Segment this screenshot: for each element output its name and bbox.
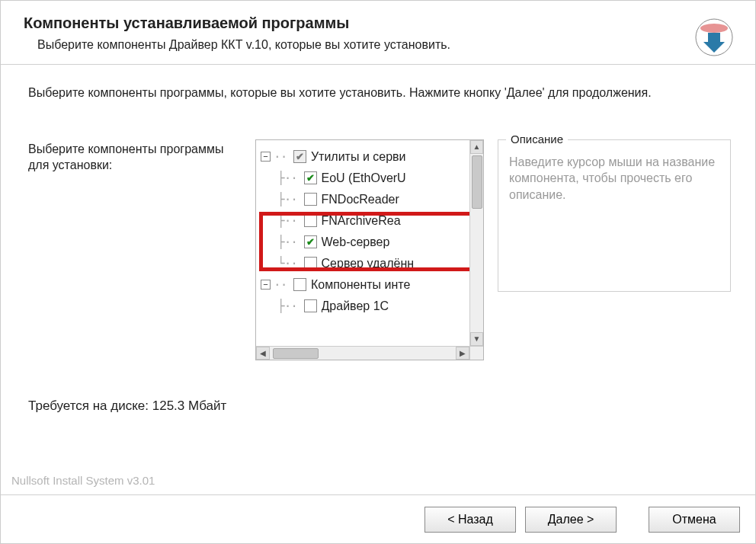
tree-item-fndocreader[interactable]: ├·· FNDocReader [277, 189, 480, 210]
tree-group-utilities[interactable]: − ·· ✔ Утилиты и серви [261, 146, 480, 168]
installer-window: Компоненты устанавливаемой программы Выб… [0, 0, 756, 544]
tree-group-integration[interactable]: − ·· Компоненты инте [261, 274, 480, 296]
disk-space-text: Требуется на диске: 125.3 Мбайт [28, 398, 731, 414]
description-box: Описание Наведите курсор мыши на названи… [498, 139, 731, 292]
checkbox-unchecked-icon[interactable] [304, 214, 317, 227]
scroll-corner [469, 346, 483, 360]
scroll-down-icon[interactable]: ▼ [470, 332, 483, 346]
vertical-scrollbar[interactable]: ▲ ▼ [469, 140, 483, 346]
instructions-text: Выберите компоненты программы, которые в… [28, 85, 699, 101]
scroll-thumb[interactable] [472, 155, 482, 209]
tree-item-webserver[interactable]: ├·· ✔ Web-сервер [277, 232, 480, 253]
checkbox-unchecked-icon[interactable] [304, 257, 317, 270]
scroll-right-icon[interactable]: ▶ [456, 347, 469, 360]
description-legend: Описание [506, 133, 568, 146]
nsis-logo-icon [694, 18, 734, 57]
svg-point-1 [700, 24, 728, 33]
page-title: Компоненты устанавливаемой программы [24, 14, 732, 32]
cancel-button[interactable]: Отмена [649, 507, 740, 533]
scroll-left-icon[interactable]: ◀ [256, 347, 270, 360]
header: Компоненты устанавливаемой программы Выб… [1, 1, 755, 59]
scroll-thumb[interactable] [273, 348, 319, 359]
next-button[interactable]: Далее > [525, 507, 617, 533]
installer-version: Nullsoft Install System v3.01 [11, 474, 155, 487]
back-button[interactable]: < Назад [424, 507, 516, 533]
collapse-icon[interactable]: − [261, 280, 271, 290]
checkbox-unchecked-icon[interactable] [293, 278, 306, 291]
body: Выберите компоненты программы, которые в… [1, 65, 755, 421]
scroll-up-icon[interactable]: ▲ [470, 140, 483, 154]
tree-item-eou[interactable]: ├·· ✔ EoU (EthOverU [277, 168, 480, 189]
checkbox-checked-icon[interactable]: ✔ [304, 171, 317, 184]
tree-content: − ·· ✔ Утилиты и серви ├·· ✔ EoU (EthOve… [256, 140, 483, 323]
horizontal-scrollbar[interactable]: ◀ ▶ [256, 346, 469, 360]
collapse-icon[interactable]: − [261, 152, 271, 162]
components-row: Выберите компоненты программы для устано… [28, 139, 731, 360]
components-tree[interactable]: − ·· ✔ Утилиты и серви ├·· ✔ EoU (EthOve… [255, 139, 484, 360]
tree-item-fnarchive[interactable]: ├·· FNArchiveRea [277, 210, 480, 232]
tree-item-driver1c[interactable]: ├·· Драйвер 1C [277, 296, 480, 317]
page-subtitle: Выберите компоненты Драйвер ККТ v.10, ко… [37, 38, 732, 52]
checkbox-partial-icon[interactable]: ✔ [293, 150, 306, 163]
checkbox-checked-icon[interactable]: ✔ [304, 235, 317, 248]
tree-item-remoteserver[interactable]: └·· Сервер удалённ [277, 253, 480, 274]
checkbox-unchecked-icon[interactable] [304, 193, 317, 206]
description-text: Наведите курсор мыши на название компоне… [509, 154, 719, 203]
components-label: Выберите компоненты программы для устано… [28, 139, 242, 360]
checkbox-unchecked-icon[interactable] [304, 299, 317, 312]
button-bar: < Назад Далее > Отмена [1, 494, 755, 543]
